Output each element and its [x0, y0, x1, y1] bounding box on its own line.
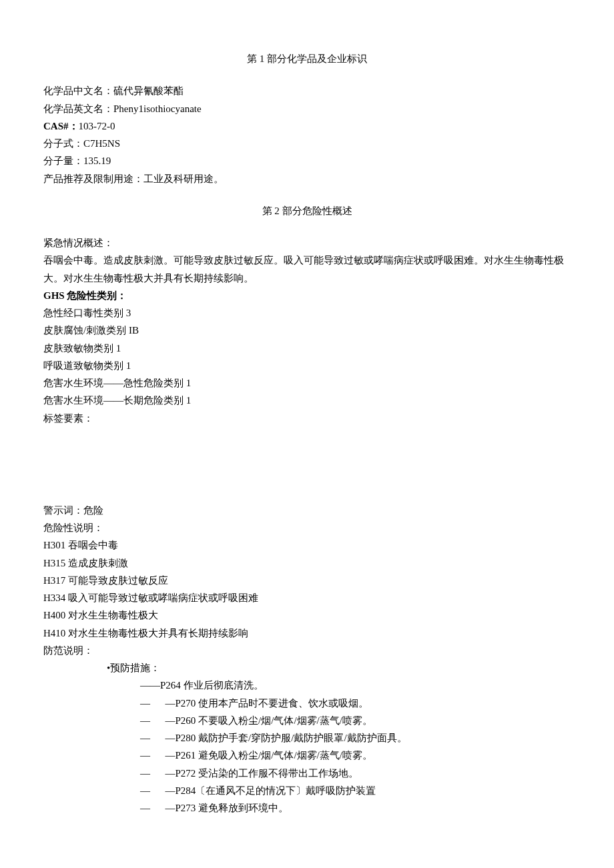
hazard-item: H301 吞咽会中毒 — [43, 536, 571, 554]
prevention-item: — —P260 不要吸入粉尘/烟/气体/烟雾/蒸气/喷雾。 — [43, 712, 571, 729]
label-elements-label: 标签要素： — [43, 410, 571, 427]
ghs-item: 危害水生环境——急性危险类别 1 — [43, 374, 571, 392]
precaution-label: 防范说明： — [43, 642, 571, 659]
identification-block: 化学品中文名：硫代异氰酸苯酯 化学品英文名：Pheny1isothiocyana… — [43, 82, 571, 187]
prevention-item: — —P272 受沾染的工作服不得带出工作场地。 — [43, 765, 571, 782]
prevention-text: —P270 使用本产品时不要进食、饮水或吸烟。 — [166, 698, 369, 709]
prevention-item: — —P261 避免吸入粉尘/烟/气体/烟雾/蒸气/喷雾。 — [43, 747, 571, 764]
use-value: 工业及科研用途。 — [143, 173, 224, 184]
name-en-row: 化学品英文名：Pheny1isothiocyanate — [43, 100, 571, 117]
formula-value: C7H5NS — [83, 138, 120, 149]
signal-value: 危险 — [83, 505, 103, 516]
emergency-text: 吞咽会中毒。造成皮肤刺激。可能导致皮肤过敏反应。吸入可能导致过敏或哮喘病症状或呼… — [43, 252, 571, 287]
ghs-label: GHS 危险性类别： — [43, 287, 571, 304]
signal-label: 警示词： — [43, 505, 83, 516]
section1-title: 第 1 部分化学品及企业标识 — [43, 50, 571, 67]
hazard-statements-label: 危险性说明： — [43, 519, 571, 536]
prevention-text: —P273 避免释放到环境中。 — [166, 803, 289, 813]
prevention-text: —P272 受沾染的工作服不得带出工作场地。 — [166, 768, 359, 779]
cas-row: CAS#：103-72-0 — [43, 117, 571, 135]
ghs-item: 皮肤腐蚀/刺激类别 IB — [43, 322, 571, 339]
dash-prefix: — — [140, 733, 166, 743]
hazard-item: H400 对水生生物毒性极大 — [43, 606, 571, 624]
dash-prefix: — — [140, 715, 166, 726]
ghs-item: 皮肤致敏物类别 1 — [43, 340, 571, 357]
hazard-item: H317 可能导致皮肤过敏反应 — [43, 572, 571, 589]
prevention-text: —P260 不要吸入粉尘/烟/气体/烟雾/蒸气/喷雾。 — [166, 715, 372, 726]
name-cn-label: 化学品中文名： — [43, 85, 113, 96]
hazard-item: H334 吸入可能导致过敏或哮喘病症状或呼吸困难 — [43, 589, 571, 606]
ghs-item: 急性经口毒性类别 3 — [43, 304, 571, 322]
dash-prefix: — — [140, 768, 166, 779]
name-en-value: Pheny1isothiocyanate — [113, 103, 202, 114]
name-en-label: 化学品英文名： — [43, 103, 113, 114]
emergency-block: 紧急情况概述： 吞咽会中毒。造成皮肤刺激。可能导致皮肤过敏反应。吸入可能导致过敏… — [43, 234, 571, 427]
prevention-text: —P261 避免吸入粉尘/烟/气体/烟雾/蒸气/喷雾。 — [166, 750, 372, 761]
ghs-item: 危害水生环境——长期危险类别 1 — [43, 392, 571, 409]
mw-row: 分子量：135.19 — [43, 152, 571, 169]
signal-row: 警示词：危险 — [43, 502, 571, 519]
dash-prefix: — — [140, 698, 166, 709]
hazard-item: H315 造成皮肤刺激 — [43, 554, 571, 572]
prevention-item: — —P280 戴防护手套/穿防护服/戴防护眼罩/戴防护面具。 — [43, 729, 571, 747]
use-label: 产品推荐及限制用途： — [43, 173, 143, 184]
mw-value: 135.19 — [83, 155, 111, 166]
dash-prefix: — — [140, 803, 166, 813]
cas-label: CAS#： — [43, 121, 79, 131]
prevention-header: •预防措施： — [43, 659, 571, 677]
use-row: 产品推荐及限制用途：工业及科研用途。 — [43, 170, 571, 187]
prevention-item: — —P284〔在通风不足的情况下〕戴呼吸防护装置 — [43, 782, 571, 799]
hazard-item: H410 对水生生物毒性极大并具有长期持续影响 — [43, 624, 571, 642]
dash-prefix: — — [140, 785, 166, 796]
ghs-item: 呼吸道致敏物类别 1 — [43, 357, 571, 374]
dash-prefix: — — [140, 750, 166, 761]
formula-row: 分子式：C7H5NS — [43, 135, 571, 152]
name-cn-value: 硫代异氰酸苯酯 — [113, 85, 184, 96]
prevention-text: —P284〔在通风不足的情况下〕戴呼吸防护装置 — [166, 785, 376, 796]
prevention-item: ——P264 作业后彻底清洗。 — [43, 677, 571, 694]
emergency-label: 紧急情况概述： — [43, 234, 571, 252]
formula-label: 分子式： — [43, 138, 83, 149]
prevention-text: —P280 戴防护手套/穿防护服/戴防护眼罩/戴防护面具。 — [166, 733, 407, 743]
pictogram-placeholder — [43, 442, 571, 502]
prevention-item: — —P270 使用本产品时不要进食、饮水或吸烟。 — [43, 695, 571, 712]
section2-title: 第 2 部分危险性概述 — [43, 202, 571, 220]
prevention-item: — —P273 避免释放到环境中。 — [43, 799, 571, 817]
cas-value: 103-72-0 — [79, 121, 115, 131]
hazard-block: 警示词：危险 危险性说明： H301 吞咽会中毒 H315 造成皮肤刺激 H31… — [43, 502, 571, 817]
mw-label: 分子量： — [43, 155, 83, 166]
name-cn-row: 化学品中文名：硫代异氰酸苯酯 — [43, 82, 571, 99]
